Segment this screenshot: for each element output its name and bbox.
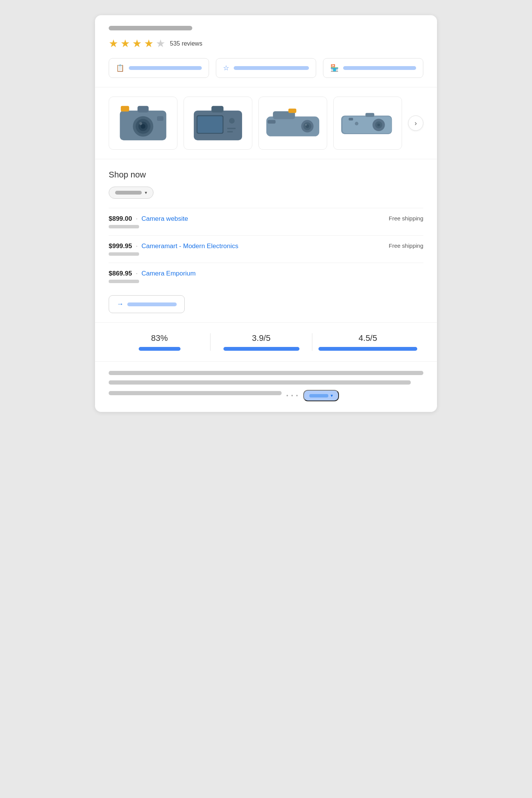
- svg-rect-8: [157, 116, 163, 121]
- camera-image-2[interactable]: [184, 97, 252, 150]
- expand-label-bar: [309, 394, 328, 397]
- chevron-right-icon: ›: [415, 119, 417, 127]
- listing-2-shipping: Free shipping: [389, 242, 423, 249]
- product-card: ★ ★ ★ ★ ★ 535 reviews 📋 ☆ 🏪: [95, 15, 437, 412]
- more-stores-button[interactable]: →: [109, 295, 185, 313]
- action-buttons-row: 📋 ☆ 🏪: [109, 58, 423, 78]
- svg-point-28: [377, 124, 380, 126]
- listing-3: $869.95 · Camera Emporium: [109, 263, 423, 290]
- stat-item-3: 4.5/5: [312, 333, 423, 351]
- stat-bar-3: [318, 347, 417, 351]
- listing-1-dot: ·: [136, 215, 138, 223]
- camera-image-4[interactable]: [333, 97, 402, 150]
- listing-1-seller[interactable]: Camera website: [141, 215, 188, 223]
- camera-image-1[interactable]: [109, 97, 177, 150]
- last-line-row: • • • ▾: [109, 390, 423, 401]
- listing-1-row: $899.00 · Camera website Free shipping: [109, 215, 423, 223]
- stats-section: 83% 3.9/5 4.5/5: [95, 323, 437, 362]
- stat-bar-2: [223, 347, 299, 351]
- svg-rect-23: [268, 120, 276, 124]
- stat-item-1: 83%: [109, 333, 211, 351]
- svg-rect-1: [138, 106, 149, 112]
- text-section: • • • ▾: [95, 362, 437, 412]
- svg-point-13: [229, 118, 235, 124]
- next-button[interactable]: ›: [408, 116, 423, 131]
- star-4: ★: [144, 37, 154, 50]
- listing-3-price: $869.95: [109, 270, 132, 277]
- ellipsis-icon: • • •: [286, 393, 298, 399]
- action-label-bar-2: [234, 66, 309, 70]
- svg-rect-15: [227, 131, 233, 133]
- svg-rect-14: [227, 128, 236, 129]
- svg-rect-18: [288, 109, 296, 113]
- filter-chevron-icon: ▾: [145, 190, 147, 195]
- listing-3-sub-bar: [109, 280, 139, 283]
- stat-bar-1: [139, 347, 180, 351]
- action-label-bar-3: [343, 66, 416, 70]
- action-label-bar-1: [129, 66, 202, 70]
- action-button-1[interactable]: 📋: [109, 58, 209, 78]
- text-line-1: [109, 371, 423, 375]
- more-label-bar: [127, 302, 177, 306]
- store-icon: 🏪: [330, 64, 339, 72]
- listing-2-dot: ·: [136, 242, 138, 250]
- star-3: ★: [132, 37, 142, 50]
- listing-2-sub-bar: [109, 252, 139, 256]
- action-button-3[interactable]: 🏪: [323, 58, 423, 78]
- stat-value-1: 83%: [151, 333, 168, 343]
- listing-3-dot: ·: [136, 270, 138, 277]
- expand-button[interactable]: ▾: [303, 390, 339, 401]
- product-title-bar: [109, 26, 192, 30]
- text-line-3: [109, 391, 282, 395]
- star-1: ★: [109, 37, 118, 50]
- expand-chevron-icon: ▾: [331, 393, 333, 398]
- stat-value-2: 3.9/5: [252, 333, 271, 343]
- listing-3-row: $869.95 · Camera Emporium: [109, 270, 423, 277]
- svg-rect-31: [366, 113, 374, 117]
- svg-point-22: [305, 124, 307, 126]
- star-icon: ☆: [223, 64, 229, 72]
- camera-image-3[interactable]: [258, 97, 327, 150]
- review-count: 535 reviews: [170, 40, 202, 47]
- listing-2: $999.95 · Cameramart - Modern Electronic…: [109, 235, 423, 263]
- images-section: ›: [95, 87, 437, 159]
- listing-2-seller[interactable]: Cameramart - Modern Electronics: [141, 242, 238, 250]
- svg-rect-2: [121, 106, 129, 112]
- svg-rect-10: [211, 106, 223, 112]
- listing-1-sub-bar: [109, 225, 139, 228]
- clipboard-icon: 📋: [116, 64, 124, 72]
- listing-2-row: $999.95 · Cameramart - Modern Electronic…: [109, 242, 423, 250]
- rating-section: ★ ★ ★ ★ ★ 535 reviews 📋 ☆ 🏪: [95, 15, 437, 87]
- listing-1: $899.00 · Camera website Free shipping: [109, 208, 423, 235]
- shop-title: Shop now: [109, 170, 423, 180]
- shop-section: Shop now ▾ $899.00 · Camera website Free…: [95, 159, 437, 323]
- svg-point-29: [355, 122, 358, 125]
- action-button-2[interactable]: ☆: [216, 58, 316, 78]
- listing-3-seller[interactable]: Camera Emporium: [141, 270, 196, 277]
- listing-1-price: $899.00: [109, 215, 132, 223]
- svg-rect-30: [349, 118, 353, 120]
- listing-2-main: $999.95 · Cameramart - Modern Electronic…: [109, 242, 238, 250]
- stat-item-2: 3.9/5: [211, 333, 312, 351]
- svg-rect-12: [198, 116, 223, 133]
- star-5: ★: [156, 37, 165, 50]
- listing-1-shipping: Free shipping: [389, 215, 423, 222]
- stars-row: ★ ★ ★ ★ ★ 535 reviews: [109, 37, 423, 50]
- listing-3-main: $869.95 · Camera Emporium: [109, 270, 196, 277]
- listing-2-price: $999.95: [109, 242, 132, 250]
- text-line-2: [109, 380, 411, 385]
- stat-value-3: 4.5/5: [359, 333, 377, 343]
- filter-button[interactable]: ▾: [109, 187, 154, 199]
- svg-point-7: [139, 122, 142, 125]
- filter-label-bar: [115, 191, 142, 195]
- arrow-right-icon: →: [117, 300, 124, 308]
- star-2: ★: [120, 37, 130, 50]
- listing-1-main: $899.00 · Camera website: [109, 215, 188, 223]
